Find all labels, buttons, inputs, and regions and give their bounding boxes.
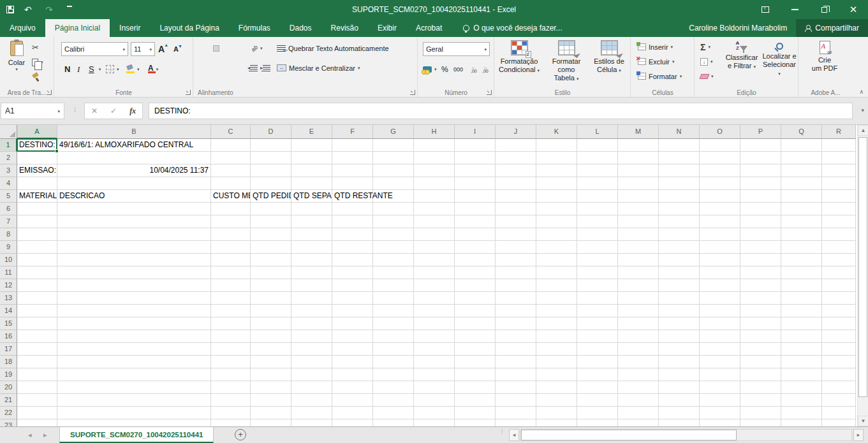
cell-C19[interactable] [211,368,251,381]
cell-B4[interactable] [57,177,211,190]
decrease-font-button[interactable]: A▼ [173,42,182,55]
cell-I6[interactable] [455,203,496,215]
decrease-indent-icon[interactable] [249,65,258,71]
row-header-19[interactable]: 19 [0,368,17,381]
cell-A20[interactable] [17,381,57,394]
cancel-entry-icon[interactable]: ✕ [91,106,98,115]
borders-button[interactable]: ▾ [106,62,119,76]
cell-N17[interactable] [659,343,700,356]
cell-P15[interactable] [740,317,781,330]
column-header-C[interactable]: C [211,125,251,139]
cell-A6[interactable] [17,203,57,215]
tab-layout-da-página[interactable]: Layout da Página [150,19,228,37]
cell-O5[interactable] [700,190,740,203]
cell-J13[interactable] [496,292,536,305]
cell-E3[interactable] [291,164,332,177]
cell-F22[interactable] [332,407,373,419]
cell-B20[interactable] [57,381,211,394]
cell-C5[interactable]: CUSTO ME [211,190,251,203]
cell-R2[interactable] [822,152,856,164]
cell-J1[interactable] [496,139,536,152]
cell-C22[interactable] [211,407,251,419]
cell-B14[interactable] [57,305,211,317]
cell-E19[interactable] [291,368,332,381]
font-dialog-launcher[interactable] [186,90,191,95]
cell-M23[interactable] [618,419,659,426]
cell-N23[interactable] [659,419,700,426]
cell-D8[interactable] [251,228,291,241]
cell-Q6[interactable] [781,203,822,215]
row-header-16[interactable]: 16 [0,330,17,343]
row-header-17[interactable]: 17 [0,343,17,356]
row-header-11[interactable]: 11 [0,266,17,279]
cell-H12[interactable] [414,279,455,292]
cell-P21[interactable] [740,394,781,407]
cell-F19[interactable] [332,368,373,381]
cell-Q4[interactable] [781,177,822,190]
cell-E17[interactable] [291,343,332,356]
cell-H2[interactable] [414,152,455,164]
cell-N4[interactable] [659,177,700,190]
cell-A23[interactable] [17,419,57,426]
cell-H15[interactable] [414,317,455,330]
cell-N13[interactable] [659,292,700,305]
cell-A10[interactable] [17,254,57,266]
cell-B1[interactable]: 49/16/6/1: ALMOXARIFADO CENTRAL [57,139,211,152]
cell-C23[interactable] [211,419,251,426]
cell-F7[interactable] [332,215,373,228]
find-select-button[interactable]: Localizar e Selecionar ▾ [761,39,797,77]
cell-L23[interactable] [577,419,618,426]
cell-C6[interactable] [211,203,251,215]
cell-I7[interactable] [455,215,496,228]
cell-G8[interactable] [373,228,414,241]
cell-F3[interactable] [332,164,373,177]
format-painter-button[interactable] [32,70,40,84]
column-header-O[interactable]: O [700,125,740,139]
cell-A9[interactable] [17,241,57,254]
cell-K5[interactable] [536,190,577,203]
cell-F8[interactable] [332,228,373,241]
align-center-button[interactable] [205,65,212,71]
cell-H18[interactable] [414,356,455,368]
conditional-formatting-button[interactable]: Formatação Condicional ▾ [496,38,542,74]
cell-L10[interactable] [577,254,618,266]
cell-K3[interactable] [536,164,577,177]
cell-F5[interactable]: QTD RESTANTE [332,190,373,203]
cell-B6[interactable] [57,203,211,215]
sort-filter-button[interactable]: AZ Classificar e Filtrar ▾ [722,39,761,70]
previous-sheet-button[interactable]: ◂ [28,427,32,443]
cell-B15[interactable] [57,317,211,330]
cell-D15[interactable] [251,317,291,330]
cell-P6[interactable] [740,203,781,215]
cell-O14[interactable] [700,305,740,317]
cell-M14[interactable] [618,305,659,317]
active-sheet-tab[interactable]: SUPORTE_SCM0270_10042025110441 [59,427,214,443]
cell-H1[interactable] [414,139,455,152]
format-cells-button[interactable]: Formatar▾ [638,69,682,83]
cell-B13[interactable] [57,292,211,305]
row-header-1[interactable]: 1 [0,139,17,152]
cell-I1[interactable] [455,139,496,152]
increase-font-button[interactable]: A▲ [158,42,168,55]
font-size-select[interactable]: 11▾ [131,42,155,56]
cell-Q8[interactable] [781,228,822,241]
column-header-I[interactable]: I [455,125,496,139]
cell-J3[interactable] [496,164,536,177]
cell-J21[interactable] [496,394,536,407]
cell-G1[interactable] [373,139,414,152]
cell-D7[interactable] [251,215,291,228]
cell-L4[interactable] [577,177,618,190]
percent-style-button[interactable]: % [441,62,448,76]
align-left-button[interactable] [198,65,204,71]
cell-N18[interactable] [659,356,700,368]
cell-F9[interactable] [332,241,373,254]
cell-L22[interactable] [577,407,618,419]
cell-A15[interactable] [17,317,57,330]
cell-D12[interactable] [251,279,291,292]
cell-C4[interactable] [211,177,251,190]
cell-O7[interactable] [700,215,740,228]
cell-P10[interactable] [740,254,781,266]
font-name-select[interactable]: Calibri▾ [61,42,128,56]
cell-O6[interactable] [700,203,740,215]
cell-E7[interactable] [291,215,332,228]
